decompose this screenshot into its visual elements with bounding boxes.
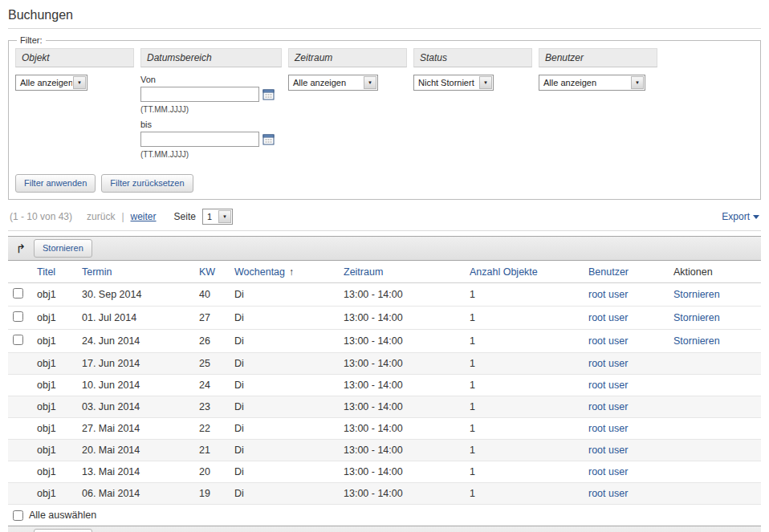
user-link[interactable]: root user <box>588 312 628 323</box>
objekt-select[interactable]: Alle anzeigen ▼ <box>15 75 87 91</box>
stornieren-top-button[interactable]: Stornieren <box>34 239 92 258</box>
filter-reset-button[interactable]: Filter zurücksetzen <box>101 174 193 193</box>
row-checkbox[interactable] <box>13 311 23 322</box>
select-all-checkbox[interactable] <box>13 510 23 521</box>
bookings-page: Buchungen Filter: Objekt Alle anzeigen ▼… <box>0 0 769 532</box>
von-label: Von <box>140 75 282 84</box>
von-format-hint: (TT.MM.JJJJ) <box>140 105 282 114</box>
cell-zeitraum: 13:00 - 14:00 <box>339 418 465 440</box>
cell-titel: obj1 <box>32 283 77 307</box>
table-row: obj1 10. Jun 2014 24 Di 13:00 - 14:00 1 … <box>8 375 761 396</box>
table-row: obj1 06. Mai 2014 19 Di 13:00 - 14:00 1 … <box>8 483 761 505</box>
user-link[interactable]: root user <box>588 289 628 300</box>
page-title: Buchungen <box>8 8 761 22</box>
cell-zeitraum: 13:00 - 14:00 <box>339 353 465 375</box>
cell-zeitraum: 13:00 - 14:00 <box>339 396 465 418</box>
cell-anzahl-objekte: 1 <box>465 440 584 461</box>
table-header-row: Titel Termin KW Wochentag↑ Zeitraum Anza… <box>8 261 761 283</box>
cell-titel: obj1 <box>32 461 77 483</box>
cell-kw: 20 <box>194 461 230 483</box>
column-header-aktionen: Aktionen <box>669 261 761 283</box>
filter-legend: Filter: <box>17 35 46 45</box>
page-header: Buchungen <box>8 5 761 29</box>
cell-termin: 27. Mai 2014 <box>77 418 194 440</box>
user-link[interactable]: root user <box>588 358 628 369</box>
calendar-icon[interactable] <box>262 88 275 100</box>
table-row: obj1 27. Mai 2014 22 Di 13:00 - 14:00 1 … <box>8 418 761 440</box>
cell-wochentag: Di <box>230 307 339 330</box>
cell-zeitraum: 13:00 - 14:00 <box>339 330 465 353</box>
von-date-input[interactable] <box>140 87 259 102</box>
cell-anzahl-objekte: 1 <box>465 375 584 396</box>
cell-termin: 03. Jun 2014 <box>77 396 194 418</box>
cell-wochentag: Di <box>230 483 339 505</box>
chevron-down-icon: ▼ <box>364 76 376 89</box>
user-link[interactable]: root user <box>588 401 628 412</box>
cell-anzahl-objekte: 1 <box>465 283 584 307</box>
user-link[interactable]: root user <box>588 335 628 347</box>
row-checkbox[interactable] <box>13 288 23 298</box>
table-row: obj1 13. Mai 2014 20 Di 13:00 - 14:00 1 … <box>8 461 761 483</box>
export-label: Export <box>722 211 750 222</box>
cell-wochentag: Di <box>230 396 339 418</box>
benutzer-select[interactable]: Alle anzeigen ▼ <box>539 75 645 91</box>
status-select[interactable]: Nicht Storniert ▼ <box>413 75 494 91</box>
column-header-zeitraum[interactable]: Zeitraum <box>344 266 383 278</box>
table-row: obj1 03. Jun 2014 23 Di 13:00 - 14:00 1 … <box>8 396 761 418</box>
stornieren-link[interactable]: Stornieren <box>673 335 720 347</box>
cell-wochentag: Di <box>230 283 339 307</box>
stornieren-link[interactable]: Stornieren <box>673 312 720 323</box>
export-link[interactable]: Export <box>722 211 759 222</box>
column-header-wochentag[interactable]: Wochentag <box>234 266 285 278</box>
cell-wochentag: Di <box>230 461 339 483</box>
sort-asc-icon: ↑ <box>289 266 294 278</box>
calendar-icon[interactable] <box>262 133 275 145</box>
row-checkbox[interactable] <box>13 335 23 345</box>
column-header-titel[interactable]: Titel <box>37 266 55 278</box>
cell-zeitraum: 13:00 - 14:00 <box>339 440 465 461</box>
pagination-next-link[interactable]: weiter <box>131 211 157 222</box>
user-link[interactable]: root user <box>588 466 628 477</box>
zeitraum-select[interactable]: Alle anzeigen ▼ <box>288 75 378 91</box>
cell-kw: 24 <box>194 375 230 396</box>
cell-zeitraum: 13:00 - 14:00 <box>339 461 465 483</box>
table-toolbar-bottom: ↳ Stornieren <box>8 526 761 532</box>
cell-wochentag: Di <box>230 330 339 353</box>
cell-titel: obj1 <box>32 396 77 418</box>
cell-titel: obj1 <box>32 440 77 461</box>
filter-col-objekt: Objekt Alle anzeigen ▼ <box>15 48 134 164</box>
benutzer-select-value: Alle anzeigen <box>539 75 630 90</box>
chevron-down-icon: ▼ <box>631 76 644 89</box>
bis-date-input[interactable] <box>140 132 259 147</box>
filter-apply-button[interactable]: Filter anwenden <box>15 174 96 193</box>
column-header-benutzer[interactable]: Benutzer <box>588 266 629 278</box>
column-header-kw[interactable]: KW <box>199 266 215 278</box>
stornieren-link[interactable]: Stornieren <box>673 289 720 300</box>
pagination-separator: | <box>121 211 124 222</box>
cell-anzahl-objekte: 1 <box>465 307 584 330</box>
user-link[interactable]: root user <box>588 380 628 391</box>
chevron-down-icon: ▼ <box>73 76 86 89</box>
filter-col-status: Status Nicht Storniert ▼ <box>413 48 532 164</box>
cell-kw: 26 <box>194 330 230 353</box>
cell-wochentag: Di <box>230 440 339 461</box>
filter-col-zeitraum: Zeitraum Alle anzeigen ▼ <box>288 48 407 164</box>
page-select-value: 1 <box>203 209 218 224</box>
cell-anzahl-objekte: 1 <box>465 483 584 505</box>
page-select[interactable]: 1 ▼ <box>202 209 233 225</box>
user-link[interactable]: root user <box>588 445 628 456</box>
cell-wochentag: Di <box>230 418 339 440</box>
cell-zeitraum: 13:00 - 14:00 <box>339 307 465 330</box>
column-header-anzahl-objekte[interactable]: Anzahl Objekte <box>470 266 538 278</box>
chevron-down-icon: ▼ <box>479 76 492 89</box>
cell-anzahl-objekte: 1 <box>465 330 584 353</box>
user-link[interactable]: root user <box>588 423 628 434</box>
pagination-bar: (1 - 10 von 43) zurück | weiter Seite 1 … <box>8 206 761 231</box>
cell-termin: 01. Jul 2014 <box>77 307 194 330</box>
cell-kw: 25 <box>194 353 230 375</box>
stornieren-bottom-button[interactable]: Stornieren <box>34 529 92 532</box>
page-select-label: Seite <box>174 211 196 222</box>
cell-termin: 13. Mai 2014 <box>77 461 194 483</box>
user-link[interactable]: root user <box>588 488 628 499</box>
column-header-termin[interactable]: Termin <box>82 266 112 278</box>
